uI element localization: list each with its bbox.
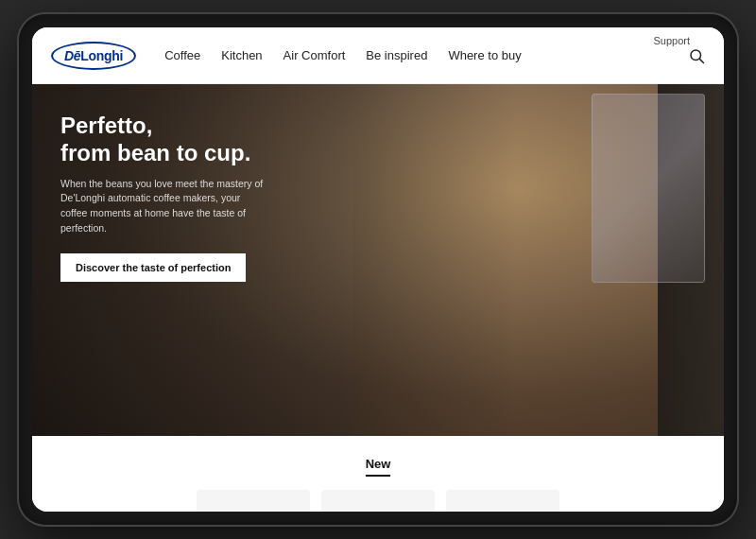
svg-line-1 (699, 59, 703, 62)
product-preview-row (32, 490, 724, 512)
search-icon (688, 47, 705, 64)
navbar: Support DēLonghi Coffee Kitchen Air Comf… (32, 27, 724, 84)
logo-de: Dē (64, 48, 80, 63)
product-card-3 (446, 490, 559, 512)
logo-longhi: Longhi (80, 48, 123, 63)
logo-text: DēLonghi (64, 48, 123, 63)
support-link[interactable]: Support (653, 35, 690, 46)
hero-title-line2: from bean to cup. (60, 140, 250, 165)
nav-item-coffee[interactable]: Coffee (164, 48, 200, 62)
nav-item-air-comfort[interactable]: Air Comfort (284, 48, 346, 62)
tablet-frame: Support DēLonghi Coffee Kitchen Air Comf… (19, 14, 737, 525)
nav-item-where-to-buy[interactable]: Where to buy (448, 48, 521, 62)
below-fold-section: New (32, 436, 724, 512)
hero-cta-button[interactable]: Discover the taste of perfection (60, 253, 246, 282)
logo[interactable]: DēLonghi (51, 42, 136, 70)
screen: Support DēLonghi Coffee Kitchen Air Comf… (32, 27, 724, 512)
new-section-tab[interactable]: New (366, 457, 391, 477)
search-button[interactable] (688, 47, 705, 64)
nav-item-be-inspired[interactable]: Be inspired (366, 48, 427, 62)
hero-title: Perfetto, from bean to cup. (60, 113, 268, 167)
hero-content: Perfetto, from bean to cup. When the bea… (60, 113, 268, 282)
product-card-2 (321, 490, 435, 512)
hero-subtitle: When the beans you love meet the mastery… (60, 177, 268, 236)
logo-oval: DēLonghi (51, 42, 136, 70)
hero-section: Perfetto, from bean to cup. When the bea… (32, 84, 724, 436)
hero-title-line1: Perfetto, (60, 113, 152, 138)
nav-links: Coffee Kitchen Air Comfort Be inspired W… (164, 48, 688, 62)
product-card-1 (197, 490, 310, 512)
nav-item-kitchen[interactable]: Kitchen (221, 48, 262, 62)
